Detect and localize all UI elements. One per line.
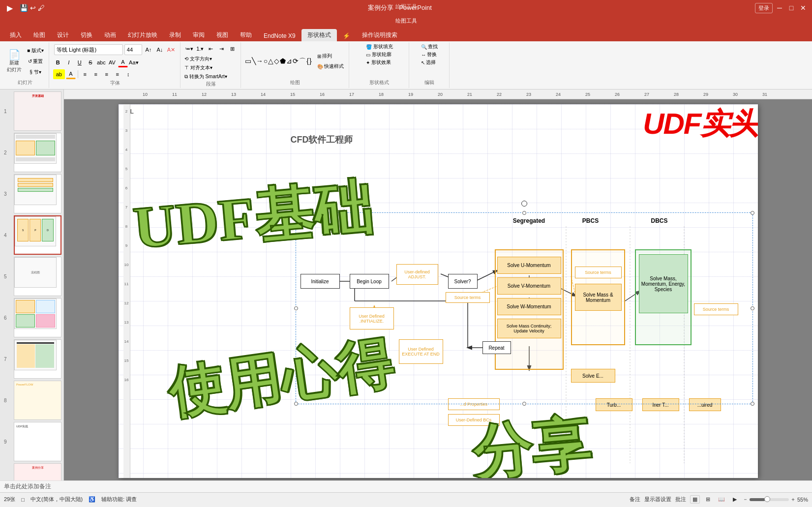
comments-btn[interactable]: 批注 (675, 496, 686, 503)
tab-transition[interactable]: 切换 (75, 29, 98, 41)
tab-review[interactable]: 审阅 (187, 29, 211, 41)
shadow-btn[interactable]: abc (96, 58, 106, 67)
tab-record[interactable]: 录制 (163, 29, 187, 41)
shape-icon-5[interactable]: △ (268, 57, 273, 66)
slide-thumb-6[interactable] (14, 298, 61, 337)
bold-btn[interactable]: B (53, 58, 63, 67)
column-btn[interactable]: ⊞ (228, 44, 238, 54)
find-btn[interactable]: 🔍 查找 (421, 43, 438, 50)
arrange-btn[interactable]: ⊞ 排列 (315, 52, 346, 60)
zoom-in-btn[interactable]: ＋ (790, 496, 796, 503)
tab-insert[interactable]: 插入 (4, 29, 28, 41)
zoom-out-btn[interactable]: － (743, 496, 748, 503)
slide-thumb-9[interactable]: UDF实战 (14, 422, 61, 461)
change-case-btn[interactable]: Aa▾ (129, 58, 139, 67)
font-shrink-btn[interactable]: A↓ (155, 45, 165, 55)
bullet-list-btn[interactable]: ≔▾ (184, 44, 194, 54)
tab-shape-format[interactable]: 形状格式 (301, 29, 337, 41)
shape-icon-2[interactable]: ╲ (252, 57, 256, 66)
slide-thumb-3[interactable] (14, 174, 61, 213)
zoom-percent[interactable]: 55% (797, 497, 808, 503)
tab-view[interactable]: 视图 (211, 29, 234, 41)
slide-thumb-1[interactable]: 开发基础 (14, 91, 61, 131)
highlight-btn[interactable]: ab (53, 69, 65, 79)
shape-effects-btn[interactable]: ✦ 形状效果 (366, 59, 391, 66)
tab-help[interactable]: 帮助 (234, 29, 258, 41)
clear-format-btn[interactable]: A✕ (166, 45, 176, 55)
slide-thumb-10[interactable]: 案例分享 (14, 463, 61, 480)
slide-thumb-2[interactable] (14, 133, 61, 172)
slide-thumb-7[interactable] (14, 339, 61, 379)
convert-smartart-btn[interactable]: ⧉ 转换为 SmartArt▾ (184, 73, 227, 80)
shape-fill-btn[interactable]: 🪣 形状填充 (366, 43, 393, 50)
shape-icon-3[interactable]: → (256, 57, 263, 66)
justify-btn[interactable]: ≡ (113, 69, 122, 79)
layout-btn[interactable]: ■ 版式▾ (25, 46, 46, 56)
shape-icon-7[interactable]: ⬟ (280, 57, 286, 66)
shape-icon-4[interactable]: ○ (264, 57, 268, 66)
tab-animation[interactable]: 动画 (98, 29, 122, 41)
quick-style-btn[interactable]: 🎨 快速样式 (315, 62, 346, 71)
font-size-selector[interactable]: 44 (124, 44, 142, 55)
tab-search[interactable]: 操作说明搜索 (356, 29, 415, 41)
tab-design[interactable]: 设计 (51, 29, 75, 41)
tab-draw[interactable]: 绘图 (28, 29, 51, 41)
shape-outline-btn[interactable]: ▭ 形状轮廓 (366, 51, 391, 58)
line-spacing-btn[interactable]: ↕ (123, 69, 133, 79)
zoom-slider[interactable] (750, 498, 789, 501)
tab-endnote[interactable]: EndNote X9 (258, 30, 301, 41)
main-area: 1 开发基础 2 3 (0, 89, 812, 480)
maximize-btn[interactable]: □ (786, 3, 796, 13)
new-slide-btn[interactable]: 📄 新建幻灯片 (5, 49, 24, 74)
shape-icon-1[interactable]: ▭ (245, 57, 251, 66)
slide-thumb-8[interactable]: PowerFLOW (14, 381, 61, 420)
align-right-btn[interactable]: ≡ (102, 69, 112, 79)
slide-sorter-btn[interactable]: ⊞ (704, 496, 712, 503)
accessibility-text[interactable]: 辅助功能: 调查 (101, 496, 137, 503)
close-btn[interactable]: ✕ (798, 3, 808, 13)
shape-icon-12[interactable]: } (309, 57, 312, 66)
underline-btn[interactable]: U (75, 58, 85, 67)
font-color-btn[interactable]: A (118, 58, 128, 67)
login-btn[interactable]: 登录 (755, 3, 773, 13)
presenter-btn[interactable]: ▶ (731, 496, 739, 503)
tab-slideshow[interactable]: 幻灯片放映 (122, 29, 163, 41)
italic-btn[interactable]: I (64, 58, 74, 67)
display-settings-btn[interactable]: 显示器设置 (644, 496, 671, 503)
section-btn[interactable]: § 节▾ (25, 67, 46, 77)
decrease-indent-btn[interactable]: ⇤ (206, 44, 216, 54)
reading-view-btn[interactable]: 📖 (716, 496, 727, 503)
slide-thumb-4[interactable]: S P D (14, 215, 61, 255)
align-text-btn[interactable]: ⊤ 对齐文本▾ (184, 64, 212, 71)
shape-icon-10[interactable]: ⌒ (299, 57, 306, 66)
minimize-btn[interactable]: ─ (775, 3, 784, 13)
font-color2-btn[interactable]: A (66, 69, 76, 79)
reset-btn[interactable]: ↺ 重置 (25, 57, 46, 66)
note-bar[interactable]: 单击此处添加备注 (0, 480, 812, 492)
rotation-handle[interactable] (521, 201, 527, 207)
increase-indent-btn[interactable]: ⇥ (217, 44, 227, 54)
align-center-btn[interactable]: ≡ (91, 69, 101, 79)
font-grow-btn[interactable]: A↑ (144, 45, 153, 55)
shape-icon-11[interactable]: { (306, 57, 309, 66)
numbered-list-btn[interactable]: 1.▾ (195, 44, 205, 54)
select-btn[interactable]: ↖ 选择 (421, 59, 436, 66)
align-left-btn[interactable]: ≡ (80, 69, 90, 79)
char-spacing-btn[interactable]: AV (107, 58, 117, 67)
slide-canvas[interactable]: 2 3 4 5 6 7 8 9 10 11 12 13 14 15 16 L (119, 104, 758, 478)
shape-icon-6[interactable]: ◇ (274, 57, 279, 66)
strikethrough-btn[interactable]: S (86, 58, 95, 67)
tab-lightning[interactable]: ⚡ (337, 30, 356, 41)
slide-8-num: 8 (4, 398, 7, 403)
slide-thumb-5[interactable]: 流程图 (14, 257, 61, 296)
text-direction-btn[interactable]: ⟲ 文字方向▾ (184, 56, 212, 62)
normal-view-btn[interactable]: ▦ (690, 495, 700, 504)
slide-9-container: 9 UDF实战 (14, 422, 61, 461)
shape-icon-8[interactable]: ⊿ (286, 57, 292, 66)
shape-icon-9[interactable]: ⟳ (293, 57, 299, 66)
replace-btn[interactable]: ↔ 替换 (421, 51, 437, 58)
notes-btn[interactable]: 备注 (630, 496, 640, 503)
font-family-selector[interactable]: 等线 Light (标题) (54, 44, 123, 55)
zoom-thumb[interactable] (764, 496, 770, 502)
canvas-area[interactable]: 10 11 12 13 14 15 16 17 18 19 20 21 22 2… (64, 89, 812, 480)
